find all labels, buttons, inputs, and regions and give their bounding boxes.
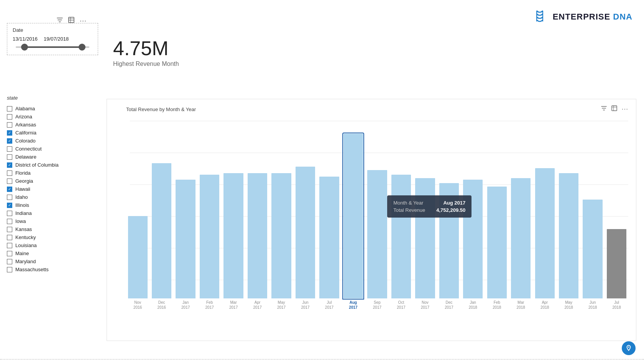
state-checkbox[interactable] (7, 162, 12, 168)
bar[interactable] (607, 229, 626, 298)
bar-wrapper[interactable]: Dec2016 (150, 116, 173, 310)
state-item[interactable]: Idaho (7, 193, 99, 201)
state-checkbox[interactable] (7, 243, 12, 248)
state-checkbox[interactable] (7, 259, 12, 264)
bar[interactable] (583, 200, 602, 298)
bar-wrapper[interactable]: Jul2017 (318, 116, 341, 310)
bar-wrapper[interactable]: Jan2018 (462, 116, 485, 310)
subscribe-button[interactable] (622, 341, 636, 355)
bar-wrapper[interactable]: May2018 (557, 116, 580, 310)
state-item[interactable]: Connecticut (7, 145, 99, 153)
bar[interactable] (319, 177, 339, 298)
state-item[interactable]: Alabama (7, 105, 99, 113)
state-checkbox[interactable] (7, 138, 12, 144)
state-item[interactable]: Georgia (7, 177, 99, 185)
bar[interactable] (535, 168, 555, 298)
bar-wrapper[interactable]: Aug2017 (342, 116, 365, 310)
state-checkbox[interactable] (7, 267, 12, 272)
chart-export-icon[interactable] (611, 105, 617, 113)
date-slider-right-thumb[interactable] (79, 44, 85, 51)
bar[interactable] (559, 173, 578, 298)
bar-wrapper[interactable]: Jul2018 (605, 116, 628, 310)
state-checkbox[interactable] (7, 106, 12, 111)
bar-wrapper[interactable]: Dec2017 (437, 116, 460, 310)
bar[interactable] (487, 187, 507, 298)
bar-wrapper[interactable]: Feb2018 (485, 116, 508, 310)
bar-wrapper[interactable]: Nov2017 (414, 116, 437, 310)
state-checkbox[interactable] (7, 179, 12, 184)
bar[interactable] (439, 183, 459, 298)
state-item[interactable]: Delaware (7, 153, 99, 161)
state-item[interactable]: Colorado (7, 137, 99, 145)
chart-filter-icon[interactable] (601, 105, 607, 113)
bar[interactable] (343, 134, 363, 298)
state-item[interactable]: District of Columbia (7, 161, 99, 169)
bar-label: Feb2017 (205, 300, 214, 310)
bar[interactable] (296, 167, 315, 298)
state-item[interactable]: Indiana (7, 209, 99, 217)
state-item[interactable]: Iowa (7, 217, 99, 225)
date-slider-left-thumb[interactable] (21, 44, 28, 51)
bar-wrapper[interactable]: Mar2017 (222, 116, 245, 310)
state-checkbox[interactable] (7, 251, 12, 256)
state-checkbox[interactable] (7, 219, 12, 224)
bar-label: Aug2017 (349, 300, 357, 310)
state-checkbox[interactable] (7, 187, 12, 192)
date-slider-track[interactable] (16, 46, 89, 48)
state-item[interactable]: Kansas (7, 225, 99, 233)
bar[interactable] (200, 175, 219, 298)
bar-wrapper[interactable]: Jun2018 (581, 116, 604, 310)
state-checkbox[interactable] (7, 114, 12, 120)
bar[interactable] (152, 163, 171, 298)
kpi-label: Highest Revenue Month (113, 61, 179, 67)
state-item[interactable]: Florida (7, 169, 99, 177)
bar-wrapper[interactable]: Apr2018 (533, 116, 556, 310)
bar-wrapper[interactable]: Apr2017 (246, 116, 269, 310)
state-label: California (15, 130, 36, 136)
bar[interactable] (176, 180, 195, 298)
state-checkbox[interactable] (7, 235, 12, 240)
bar[interactable] (223, 173, 243, 298)
state-item[interactable]: Louisiana (7, 241, 99, 249)
state-label: Illinois (15, 202, 29, 208)
bar[interactable] (248, 173, 267, 298)
bar[interactable] (391, 175, 411, 298)
chart-more-icon[interactable]: ··· (622, 105, 628, 113)
state-item[interactable]: Massachusetts (7, 265, 99, 274)
state-checkbox[interactable] (7, 122, 12, 128)
bar[interactable] (511, 178, 531, 298)
bar-wrapper[interactable]: Oct2017 (389, 116, 412, 310)
bar[interactable] (128, 216, 148, 298)
state-checkbox[interactable] (7, 203, 12, 208)
state-label: Idaho (15, 194, 28, 200)
state-item[interactable]: Maryland (7, 257, 99, 265)
state-item[interactable]: Arkansas (7, 121, 99, 129)
state-checkbox[interactable] (7, 146, 12, 152)
bar-wrapper[interactable]: Mar2018 (509, 116, 532, 310)
state-item[interactable]: Hawaii (7, 185, 99, 193)
bar[interactable] (463, 180, 483, 298)
state-item[interactable]: California (7, 129, 99, 137)
bar-wrapper[interactable]: Jan2017 (174, 116, 197, 310)
bar-wrapper[interactable]: Sep2017 (366, 116, 389, 310)
bar-wrapper[interactable]: Jun2017 (294, 116, 317, 310)
state-checkbox[interactable] (7, 211, 12, 216)
state-checkbox[interactable] (7, 154, 12, 160)
bar[interactable] (367, 170, 387, 298)
bar-label: Jul2018 (612, 300, 621, 310)
bar-wrapper[interactable]: May2017 (270, 116, 293, 310)
state-item[interactable]: Maine (7, 249, 99, 257)
bar-wrapper[interactable]: Feb2017 (198, 116, 221, 310)
bar-label: Sep2017 (373, 300, 381, 310)
state-checkbox[interactable] (7, 170, 12, 176)
state-checkbox[interactable] (7, 195, 12, 200)
bar[interactable] (271, 173, 291, 298)
chart-title: Total Revenue by Month & Year (126, 106, 196, 112)
state-checkbox[interactable] (7, 227, 12, 232)
state-item[interactable]: Arizona (7, 113, 99, 121)
state-item[interactable]: Illinois (7, 201, 99, 209)
bar[interactable] (415, 178, 435, 298)
state-checkbox[interactable] (7, 130, 12, 136)
state-item[interactable]: Kentucky (7, 233, 99, 241)
bar-wrapper[interactable]: Nov2016 (126, 116, 149, 310)
